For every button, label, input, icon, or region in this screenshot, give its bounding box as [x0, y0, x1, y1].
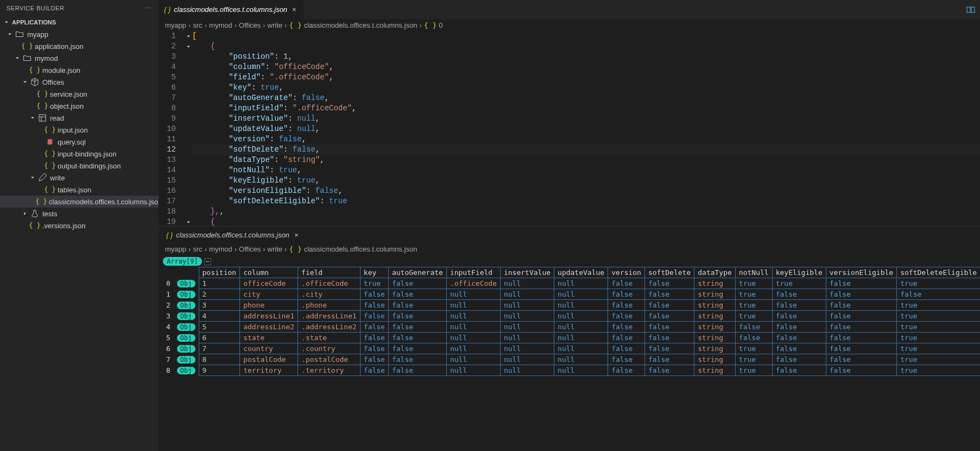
code-line[interactable]: {	[192, 217, 980, 226]
tree-row[interactable]: read	[0, 112, 159, 124]
close-icon[interactable]: ×	[290, 5, 298, 14]
table-header[interactable]: version	[608, 267, 645, 278]
tree-row[interactable]: myapp	[0, 28, 159, 40]
breadcrumb-segment[interactable]: src	[193, 245, 202, 253]
tree-row[interactable]: { }input-bindings.json	[0, 148, 159, 160]
table-header[interactable]: column	[240, 267, 298, 278]
code-line[interactable]: "notNull": true,	[192, 165, 980, 176]
table-row[interactable]: 2Obj3phone.phonefalsefalsenullnullnullfa…	[163, 300, 980, 311]
code-line[interactable]: "inputField": ".officeCode",	[192, 103, 980, 114]
table-header[interactable]: softDeleteEligible	[897, 267, 980, 278]
breadcrumb-segment[interactable]: Offices	[239, 21, 261, 29]
table-header[interactable]: softDelete	[644, 267, 694, 278]
fold-down-icon[interactable]	[185, 31, 192, 41]
table-header[interactable]: dataType	[694, 267, 736, 278]
tree-row[interactable]: { }object.json	[0, 100, 159, 112]
panel-tab[interactable]: { } classicmodels.offices.t.columns.json…	[162, 231, 305, 239]
tree-row[interactable]: { }.versions.json	[0, 220, 159, 231]
more-icon[interactable]: ⋯	[146, 5, 152, 12]
table-header[interactable]: inputField	[446, 267, 500, 278]
chevron-right-icon[interactable]	[21, 209, 29, 218]
tree-row[interactable]: write	[0, 172, 159, 184]
tree-row[interactable]: Offices	[0, 76, 159, 88]
tree-row[interactable]: { }output-bindings.json	[0, 160, 159, 172]
code-line[interactable]: "softDeleteEligible": true	[192, 196, 980, 206]
code-content[interactable]: [ { "position": 1, "column": "officeCode…	[192, 31, 980, 226]
code-line[interactable]: "dataType": "string",	[192, 155, 980, 165]
code-line[interactable]: "autoGenerate": false,	[192, 93, 980, 103]
breadcrumb-segment[interactable]: write	[268, 21, 282, 29]
breadcrumb-segment[interactable]: 0	[439, 21, 442, 29]
breadcrumb-segment[interactable]: write	[268, 245, 282, 253]
table-row[interactable]: 0Obj1officeCode.officeCodetruefalse.offi…	[163, 278, 980, 289]
code-line[interactable]: "field": ".officeCode",	[192, 72, 980, 83]
table-header[interactable]: position	[199, 267, 240, 278]
table-header[interactable]: notNull	[735, 267, 772, 278]
tree-row[interactable]: { }application.json	[0, 40, 159, 52]
code-line[interactable]: "key": true,	[192, 83, 980, 93]
table-row[interactable]: 4Obj5addressLine2.addressLine2falsefalse…	[163, 322, 980, 333]
code-line[interactable]: [	[192, 31, 980, 41]
table-row[interactable]: 7Obj8postalCode.postalCodefalsefalsenull…	[163, 354, 980, 365]
fold-down-icon[interactable]	[185, 41, 192, 52]
table-cell: false	[772, 311, 826, 322]
chevron-down-icon[interactable]	[28, 173, 37, 182]
table-header[interactable]: key	[360, 267, 388, 278]
editor-tab[interactable]: { } classicmodels.offices.t.columns.json…	[159, 0, 304, 19]
table-row[interactable]: 3Obj4addressLine1.addressLine1falsefalse…	[163, 311, 980, 322]
table-header[interactable]: autoGenerate	[388, 267, 446, 278]
panel-breadcrumb[interactable]: myapp › src › mymod › Offices › write › …	[159, 243, 980, 255]
breadcrumb-segment[interactable]: classicmodels.offices.t.columns.json	[304, 21, 418, 29]
code-line[interactable]: "insertValue": null,	[192, 114, 980, 124]
code-line[interactable]: },,	[192, 206, 980, 217]
tree-row[interactable]: { }input.json	[0, 124, 159, 136]
breadcrumb-segment[interactable]: mymod	[209, 21, 232, 29]
tree-row[interactable]: { }tables.json	[0, 184, 159, 196]
table-header[interactable]: insertValue	[500, 267, 554, 278]
close-icon[interactable]: ×	[293, 231, 300, 239]
breadcrumb[interactable]: myapp › src › mymod › Offices › write › …	[159, 19, 980, 31]
code-line[interactable]: "version": false,	[192, 134, 980, 145]
chevron-down-icon[interactable]	[28, 114, 37, 122]
tree-row[interactable]: mymod	[0, 52, 159, 64]
chevron-down-icon[interactable]	[13, 54, 22, 62]
table-header[interactable]: field	[298, 267, 361, 278]
section-applications[interactable]: APPLICATIONS	[0, 16, 159, 28]
table-header[interactable]: updateValue	[554, 267, 608, 278]
code-line[interactable]: "updateValue": null,	[192, 124, 980, 134]
code-line[interactable]: "column": "officeCode",	[192, 62, 980, 72]
table-row[interactable]: 8Obj9territory.territoryfalsefalsenullnu…	[163, 365, 980, 376]
table-cell: null	[554, 300, 608, 311]
code-line[interactable]: {	[192, 41, 980, 52]
table-cell: 8	[199, 354, 240, 365]
tree-row[interactable]: { }module.json	[0, 64, 159, 76]
fold-gutter[interactable]	[185, 31, 192, 226]
fold-down-icon[interactable]	[185, 217, 192, 226]
collapse-icon[interactable]: −	[204, 258, 211, 265]
code-line[interactable]: "position": 1,	[192, 52, 980, 62]
table-row[interactable]: 6Obj7country.countryfalsefalsenullnullnu…	[163, 343, 980, 354]
code-line[interactable]: "keyEligible": true,	[192, 176, 980, 186]
table-row[interactable]: 1Obj2city.cityfalsefalsenullnullnullfals…	[163, 289, 980, 300]
tree-row[interactable]: query.sql	[0, 136, 159, 148]
table-row[interactable]: 5Obj6state.statefalsefalsenullnullnullfa…	[163, 333, 980, 343]
chevron-down-icon[interactable]	[21, 78, 29, 86]
breadcrumb-segment[interactable]: src	[193, 21, 202, 29]
breadcrumb-segment[interactable]: mymod	[209, 245, 232, 253]
code-line[interactable]: "versionEligible": false,	[192, 186, 980, 196]
chevron-down-icon[interactable]	[5, 30, 14, 39]
breadcrumb-segment[interactable]: Offices	[239, 245, 261, 253]
split-editor-icon[interactable]	[961, 0, 980, 19]
table-header[interactable]: keyEligible	[772, 267, 826, 278]
tree-row[interactable]: tests	[0, 208, 159, 220]
table-cell: false	[644, 365, 694, 376]
breadcrumb-separator: ›	[188, 21, 191, 29]
breadcrumb-segment[interactable]: classicmodels.offices.t.columns.json	[304, 245, 418, 253]
code-editor[interactable]: 12345678910111213141516171819202122 [ { …	[159, 31, 980, 226]
breadcrumb-segment[interactable]: myapp	[165, 245, 186, 253]
table-header[interactable]: versionEligible	[826, 267, 896, 278]
breadcrumb-segment[interactable]: myapp	[165, 21, 186, 29]
code-line[interactable]: "softDelete": false,	[192, 145, 980, 155]
tree-row[interactable]: { }service.json	[0, 88, 159, 100]
tree-row[interactable]: { }classicmodels.offices.t.columns.json	[0, 196, 159, 208]
